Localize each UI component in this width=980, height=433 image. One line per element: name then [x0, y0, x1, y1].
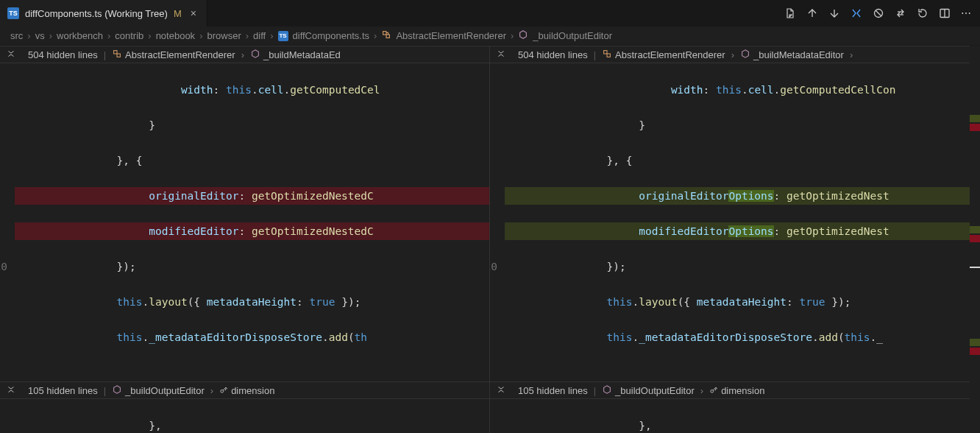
tab-filename: diffComponents.ts (Working Tree): [25, 8, 168, 19]
folded-region[interactable]: 504 hidden lines | AbstractElementRender…: [490, 46, 980, 63]
more-actions-icon[interactable]: ⋯: [961, 7, 973, 19]
property-icon: [709, 385, 718, 396]
breadcrumb-item[interactable]: diffComponents.ts: [293, 30, 370, 41]
revert-icon[interactable]: [917, 7, 928, 19]
unfold-icon[interactable]: [0, 384, 22, 397]
svg-rect-5: [117, 54, 120, 57]
editor-tab-bar: TS diffComponents.ts (Working Tree) M ×: [0, 0, 980, 27]
property-icon: [219, 385, 228, 396]
ts-file-icon: TS: [7, 7, 19, 19]
hidden-lines-label: 504 hidden lines: [518, 49, 588, 60]
editor-title-actions: ⋯: [777, 7, 980, 19]
split-editor-icon[interactable]: [939, 7, 951, 19]
class-icon: [112, 49, 122, 61]
svg-rect-10: [607, 54, 610, 57]
tab-close-button[interactable]: ×: [188, 6, 199, 21]
method-icon: [740, 49, 750, 61]
folded-region[interactable]: 105 hidden lines | _buildOutputEditor › …: [0, 381, 489, 399]
svg-rect-2: [383, 32, 386, 35]
ts-file-icon: TS: [278, 31, 288, 41]
svg-point-11: [711, 390, 714, 392]
breadcrumb-item[interactable]: contrib: [115, 30, 143, 41]
next-change-icon[interactable]: [828, 7, 840, 19]
svg-rect-9: [604, 50, 607, 53]
breadcrumb-item[interactable]: src: [10, 30, 23, 41]
tab-modified-badge: M: [174, 8, 182, 19]
editor-tab[interactable]: TS diffComponents.ts (Working Tree) M ×: [0, 0, 207, 27]
svg-rect-3: [386, 35, 389, 38]
breadcrumb-item[interactable]: diff: [253, 30, 266, 41]
go-to-file-icon[interactable]: [784, 7, 796, 19]
method-icon: [602, 384, 612, 397]
folded-region[interactable]: 504 hidden lines | AbstractElementRender…: [0, 46, 489, 63]
code-block: }, accessibilityVerbose: this.conf 620 }…: [59, 399, 489, 433]
svg-rect-4: [114, 50, 117, 53]
svg-point-6: [221, 390, 224, 392]
diff-editor: 504 hidden lines | AbstractElementRender…: [0, 46, 980, 433]
breadcrumb-item[interactable]: browser: [207, 30, 241, 41]
breadcrumb-item[interactable]: AbstractElementRenderer: [396, 30, 506, 41]
folded-region[interactable]: 105 hidden lines | _buildOutputEditor › …: [490, 381, 980, 399]
overview-ruler[interactable]: [970, 46, 980, 433]
line-number: 510: [0, 258, 7, 275]
code-block: width: this.cell.getComputedCellCon } },…: [549, 63, 980, 381]
breadcrumb-item[interactable]: workbench: [57, 30, 103, 41]
hidden-lines-label: 105 hidden lines: [518, 385, 588, 396]
method-icon: [518, 29, 528, 42]
inline-diff-toggle-icon[interactable]: [851, 7, 862, 19]
breadcrumb-item[interactable]: notebook: [156, 30, 196, 41]
whitespace-diff-icon[interactable]: [873, 7, 884, 19]
class-icon: [602, 49, 612, 61]
hidden-lines-label: 105 hidden lines: [28, 385, 98, 396]
unfold-icon[interactable]: [490, 49, 512, 61]
diff-original-pane[interactable]: 504 hidden lines | AbstractElementRender…: [0, 46, 490, 433]
breadcrumb-item[interactable]: _buildOutputEditor: [533, 30, 612, 41]
method-icon: [250, 49, 260, 61]
swap-sides-icon[interactable]: [895, 7, 906, 19]
unfold-icon[interactable]: [0, 49, 22, 61]
hidden-lines-label: 504 hidden lines: [28, 49, 98, 60]
class-icon: [381, 29, 391, 42]
breadcrumbs-bar[interactable]: src› vs› workbench› contrib› notebook› b…: [0, 27, 980, 46]
code-block: width: this.cell.getComputedCel } }, { o…: [59, 63, 489, 381]
prev-change-icon[interactable]: [806, 7, 818, 19]
method-icon: [112, 384, 122, 397]
breadcrumb-item[interactable]: vs: [35, 30, 45, 41]
diff-modified-pane[interactable]: 504 hidden lines | AbstractElementRender…: [490, 46, 980, 433]
line-number: 510: [490, 258, 497, 275]
code-block: }, accessibilityVerbose: this.configur 6…: [549, 399, 980, 433]
unfold-icon[interactable]: [490, 384, 512, 397]
